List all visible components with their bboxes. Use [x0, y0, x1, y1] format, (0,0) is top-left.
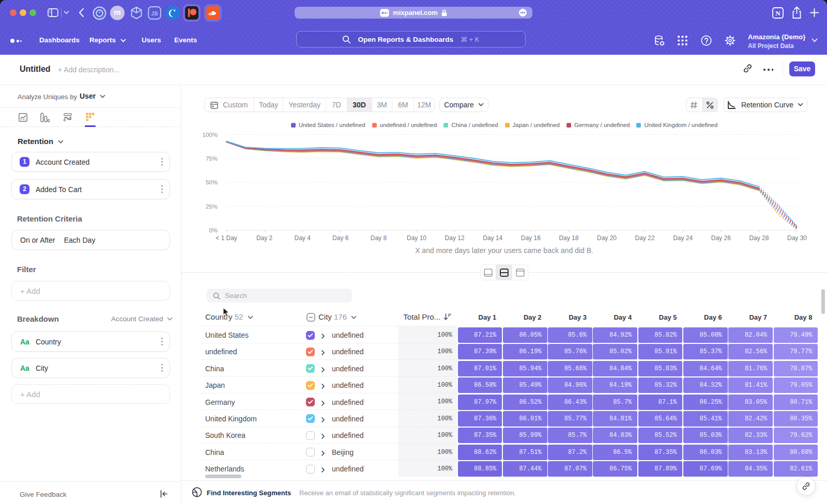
svg-text:Day 14: Day 14 — [483, 234, 502, 242]
svg-text:Day 4: Day 4 — [295, 234, 311, 242]
svg-text:Day 24: Day 24 — [673, 234, 693, 242]
svg-text:JS: JS — [151, 10, 158, 17]
svg-text:Day 30: Day 30 — [787, 234, 807, 242]
svg-text:75%: 75% — [206, 155, 218, 162]
svg-text:100%: 100% — [203, 132, 218, 138]
svg-text:Day 16: Day 16 — [521, 234, 541, 242]
svg-text:Day 2: Day 2 — [256, 234, 273, 242]
svg-text:Day 8: Day 8 — [371, 234, 387, 242]
svg-text:N: N — [775, 9, 780, 17]
svg-text:25%: 25% — [206, 203, 218, 210]
svg-text:Day 20: Day 20 — [597, 234, 617, 242]
svg-text:Day 12: Day 12 — [445, 234, 465, 242]
svg-text:Day 18: Day 18 — [559, 234, 578, 242]
svg-text:Day 22: Day 22 — [635, 234, 655, 242]
svg-text:< 1 Day: < 1 Day — [216, 234, 237, 242]
svg-text:0%: 0% — [209, 227, 218, 233]
svg-text:Day 28: Day 28 — [749, 234, 769, 242]
svg-text:Day 10: Day 10 — [407, 234, 426, 242]
svg-text:Day 26: Day 26 — [711, 234, 731, 242]
svg-text:50%: 50% — [206, 179, 218, 185]
svg-text:Day 6: Day 6 — [332, 234, 349, 242]
